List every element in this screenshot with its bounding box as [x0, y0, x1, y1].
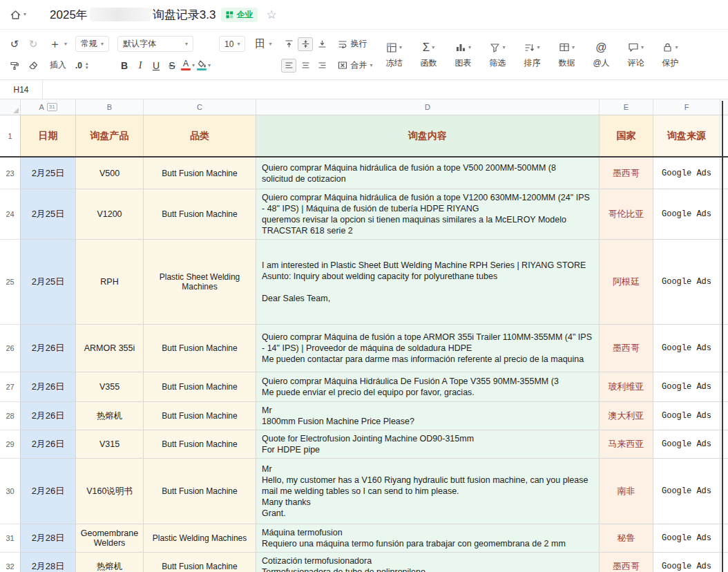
cell-b32[interactable]: 热熔机: [76, 553, 144, 572]
header-cell-date[interactable]: 日期: [21, 115, 76, 156]
cell-b26[interactable]: ARMOR 355i: [76, 325, 144, 372]
column-header-f[interactable]: F: [653, 99, 720, 115]
align-center-button[interactable]: [298, 59, 313, 73]
cell-b24[interactable]: V1200: [76, 189, 144, 240]
cell-f23[interactable]: Google Ads: [653, 158, 720, 189]
cell-f30[interactable]: Google Ads: [653, 459, 720, 524]
cell-d26[interactable]: Quiero comprar Máquina de fusión a tope …: [256, 325, 600, 372]
cell-c26[interactable]: Butt Fusion Machine: [144, 325, 256, 372]
cell-c30[interactable]: Butt Fusion Machine: [144, 459, 256, 524]
redo-button[interactable]: ↻: [26, 36, 41, 53]
chart-button[interactable]: ▾ 图表: [450, 41, 476, 69]
header-cell-source[interactable]: 询盘来源: [653, 115, 720, 156]
mention-button[interactable]: @ @人: [588, 41, 614, 69]
cell-a29[interactable]: 2月26日: [21, 430, 76, 459]
cell-c28[interactable]: Butt Fusion Machine: [144, 402, 256, 430]
borders-button[interactable]: 田 ▾: [253, 36, 273, 52]
cell-e27[interactable]: 玻利维亚: [600, 372, 653, 402]
undo-button[interactable]: ↺: [7, 36, 22, 53]
function-button[interactable]: Σ ▾ 函数: [415, 41, 441, 69]
strikethrough-button[interactable]: S: [165, 58, 179, 73]
column-header-e[interactable]: E: [600, 99, 653, 115]
vertical-align-middle-button[interactable]: [298, 37, 313, 51]
star-icon[interactable]: ☆: [266, 8, 276, 22]
format-painter-button[interactable]: [7, 57, 22, 74]
cell-c24[interactable]: Butt Fusion Machine: [144, 189, 256, 240]
cell-f29[interactable]: Google Ads: [653, 430, 720, 459]
cell-a30[interactable]: 2月26日: [21, 459, 76, 524]
cell-d23[interactable]: Quiero comprar Máquina hidráulica de fus…: [256, 158, 600, 189]
cell-f31[interactable]: Google Ads: [653, 524, 720, 553]
row-number[interactable]: 1: [0, 115, 21, 156]
cell-c32[interactable]: Butt Fusion Machine: [144, 553, 256, 572]
font-color-button[interactable]: A ▾: [181, 60, 195, 70]
column-header-c[interactable]: C: [144, 99, 256, 115]
cell-f24[interactable]: Google Ads: [653, 189, 720, 240]
cell-c31[interactable]: Plastic Welding Machines: [144, 524, 256, 553]
italic-button[interactable]: I: [133, 58, 147, 73]
cell-d32[interactable]: Cotización termofusionadora Termofusiona…: [256, 553, 600, 572]
cell-e26[interactable]: 墨西哥: [600, 325, 653, 372]
filter-button[interactable]: ▾ 筛选: [484, 41, 510, 69]
cell-b31[interactable]: Geomembrane Welders: [76, 524, 144, 553]
font-name-dropdown[interactable]: 默认字体 ▾: [117, 36, 193, 52]
cell-e31[interactable]: 秘鲁: [600, 524, 653, 553]
cell-f25[interactable]: Google Ads: [653, 240, 720, 325]
fill-color-button[interactable]: ▾: [197, 60, 211, 70]
comment-button[interactable]: ▾ 评论: [622, 41, 649, 69]
row-number[interactable]: 23: [0, 158, 21, 189]
cell-e29[interactable]: 马来西亚: [600, 430, 653, 459]
cell-e28[interactable]: 澳大利亚: [600, 402, 653, 430]
column-header-d[interactable]: D: [256, 99, 600, 115]
column-header-b[interactable]: B: [76, 99, 144, 115]
cell-d30[interactable]: Mr Hello, my customer has a V160 Riyang …: [256, 459, 600, 524]
underline-button[interactable]: U: [149, 58, 163, 73]
cell-e25[interactable]: 阿根廷: [600, 240, 653, 325]
row-number[interactable]: 26: [0, 325, 21, 372]
vertical-align-bottom-button[interactable]: [314, 37, 329, 51]
sort-button[interactable]: ▾ 排序: [519, 41, 545, 69]
merge-cells-button[interactable]: 合并 ▾: [338, 58, 372, 73]
cell-d31[interactable]: Máquina termofusion Requiero una máquina…: [256, 524, 600, 553]
cell-c23[interactable]: Butt Fusion Machine: [144, 158, 256, 189]
cell-c29[interactable]: Butt Fusion Machine: [144, 430, 256, 459]
row-number[interactable]: 30: [0, 459, 21, 524]
cell-b23[interactable]: V500: [76, 158, 144, 189]
cell-a23[interactable]: 2月25日: [21, 158, 76, 189]
cell-f32[interactable]: Google Ads: [653, 553, 720, 572]
row-number[interactable]: 32: [0, 553, 21, 572]
insert-group[interactable]: ＋ ▾ 插入: [49, 35, 67, 75]
cell-d27[interactable]: Quiero comprar Máquina Hidráulica De Fus…: [256, 372, 600, 402]
freeze-button[interactable]: ▾ 冻结: [381, 41, 407, 69]
cell-b28[interactable]: 热熔机: [76, 402, 144, 430]
cell-a31[interactable]: 2月28日: [21, 524, 76, 553]
row-number[interactable]: 29: [0, 430, 21, 459]
number-format-dropdown[interactable]: 常规 ▾: [75, 36, 109, 52]
font-size-dropdown[interactable]: 10 ▾: [219, 36, 245, 52]
protect-button[interactable]: ▾ 保护: [657, 41, 683, 69]
row-number[interactable]: 24: [0, 189, 21, 240]
cell-f27[interactable]: Google Ads: [653, 372, 720, 402]
cell-a24[interactable]: 2月25日: [21, 189, 76, 240]
align-left-button[interactable]: [281, 59, 296, 73]
cell-b27[interactable]: V355: [76, 372, 144, 402]
cell-b30[interactable]: V160说明书: [76, 459, 144, 524]
header-cell-product[interactable]: 询盘产品: [76, 115, 144, 156]
formula-input[interactable]: [43, 80, 728, 99]
cell-e24[interactable]: 哥伦比亚: [600, 189, 653, 240]
header-cell-content[interactable]: 询盘内容: [256, 115, 600, 156]
data-button[interactable]: ▾ 数据: [553, 41, 579, 69]
cell-d28[interactable]: Mr 1800mm Fusion Machine Price Please?: [256, 402, 600, 430]
cell-d24[interactable]: Quiero comprar Máquina hidráulica de fus…: [256, 189, 600, 240]
align-right-button[interactable]: [314, 59, 329, 73]
cell-f28[interactable]: Google Ads: [653, 402, 720, 430]
cell-name-box[interactable]: H14: [0, 80, 43, 99]
row-number[interactable]: 25: [0, 240, 21, 325]
cell-a25[interactable]: 2月25日: [21, 240, 76, 325]
vertical-align-top-button[interactable]: [281, 37, 296, 51]
cell-d29[interactable]: Quote for Electrofusion Jointing Machine…: [256, 430, 600, 459]
cell-a26[interactable]: 2月26日: [21, 325, 76, 372]
cell-c27[interactable]: Butt Fusion Machine: [144, 372, 256, 402]
clear-format-button[interactable]: [26, 57, 41, 74]
select-all-button[interactable]: [0, 99, 21, 115]
